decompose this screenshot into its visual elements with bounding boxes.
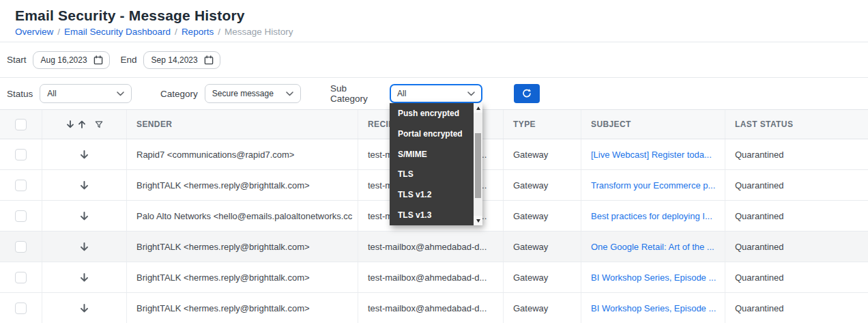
column-header-type[interactable]: TYPE [504,110,581,139]
start-date-value: Aug 16,2023 [41,55,87,65]
dropdown-option-tls-v13[interactable]: TLS v1.3 [390,205,474,225]
column-header-subject[interactable]: SUBJECT [581,110,725,139]
subject-link[interactable]: Transform your Ecommerce p... [581,170,725,200]
sub-category-dropdown: Push encrypted Portal encrypted S/MIME T… [390,103,482,225]
funnel-icon[interactable] [94,120,104,129]
arrow-down-icon[interactable] [79,211,89,221]
chevron-down-icon [467,92,475,96]
chevron-down-icon [286,92,293,96]
subject-link[interactable]: BI Workshop Series, Episode ... [581,293,725,323]
sender-cell: BrightTALK <hermes.reply@brighttalk.com> [127,293,358,323]
subject-link[interactable]: [Live Webcast] Register toda... [581,139,725,169]
start-date-input[interactable]: Aug 16,2023 [33,51,110,69]
recipient-cell: test-mailbox@ahmedabad-d... [358,231,504,262]
column-header-sender[interactable]: SENDER [127,110,358,139]
breadcrumb-current: Message History [225,27,293,37]
calendar-icon [204,55,214,65]
last-status-cell: Quarantined [725,293,868,323]
row-checkbox[interactable] [15,180,27,191]
sender-cell: BrightTALK <hermes.reply@brighttalk.com> [127,231,358,262]
dropdown-option-smime[interactable]: S/MIME [390,144,474,165]
arrow-down-icon[interactable] [79,303,89,313]
column-header-last-status[interactable]: LAST STATUS [725,110,868,139]
table-row[interactable]: BrightTALK <hermes.reply@brighttalk.com>… [0,231,868,262]
category-select[interactable]: Secure message [205,84,301,103]
scroll-up-icon[interactable] [474,103,482,113]
sub-category-select-value: All [397,89,406,98]
scrollbar-thumb[interactable] [475,133,481,198]
dropdown-scrollbar[interactable] [474,103,482,225]
row-checkbox[interactable] [15,303,27,314]
status-select[interactable]: All [40,84,132,103]
row-checkbox[interactable] [15,241,27,253]
row-checkbox[interactable] [15,149,27,160]
last-status-cell: Quarantined [725,262,868,292]
status-label: Status [7,89,33,99]
arrow-down-icon[interactable] [79,150,89,160]
calendar-icon [93,55,103,65]
dropdown-option-tls[interactable]: TLS [390,164,474,184]
end-date-label: End [121,55,137,65]
type-cell: Gateway [504,293,581,323]
sender-cell: Rapid7 <communications@rapid7.com> [127,139,358,169]
status-select-value: All [47,89,56,98]
subject-link[interactable]: One Google Retail: Art of the ... [581,231,725,262]
type-cell: Gateway [504,170,581,200]
end-date-input[interactable]: Sep 14,2023 [143,51,220,69]
breadcrumb-separator: / [214,27,225,37]
select-all-checkbox[interactable] [15,119,27,130]
sub-category-select[interactable]: All [390,84,482,103]
table-row[interactable]: BrightTALK <hermes.reply@brighttalk.com>… [0,293,868,323]
type-cell: Gateway [504,231,581,262]
sub-category-label: Sub Category [330,83,383,104]
breadcrumb-link-dashboard[interactable]: Email Security Dashboard [64,27,171,37]
refresh-icon [521,88,532,99]
end-date-value: Sep 14,2023 [151,55,198,65]
subject-link[interactable]: BI Workshop Series, Episode ... [581,262,725,292]
last-status-cell: Quarantined [725,139,868,169]
sender-cell: BrightTALK <hermes.reply@brighttalk.com> [127,262,358,292]
last-status-cell: Quarantined [725,231,868,262]
arrow-down-icon[interactable] [79,180,89,191]
sort-ascending-icon[interactable] [77,120,87,129]
sort-descending-icon[interactable] [66,120,75,129]
type-cell: Gateway [504,139,581,169]
arrow-down-icon[interactable] [79,272,89,283]
dropdown-option-push-encrypted[interactable]: Push encrypted [390,103,474,124]
sender-cell: BrightTALK <hermes.reply@brighttalk.com> [127,170,358,200]
recipient-cell: test-mailbox@ahmedabad-d... [358,262,504,292]
recipient-cell: test-mailbox@ahmedabad-d... [358,293,504,323]
date-filter-row: Start Aug 16,2023 End Sep 14,2023 [0,42,868,78]
row-checkbox[interactable] [15,272,27,283]
table-row[interactable]: BrightTALK <hermes.reply@brighttalk.com>… [0,262,868,293]
type-cell: Gateway [504,201,581,231]
message-history-page: Email Security - Message History Overvie… [0,0,868,323]
refresh-button[interactable] [514,84,540,103]
start-date-label: Start [7,55,27,65]
type-cell: Gateway [504,262,581,292]
scroll-down-icon[interactable] [474,216,482,225]
row-checkbox[interactable] [15,210,27,222]
breadcrumb-separator: / [53,27,64,37]
dropdown-option-tls-v12[interactable]: TLS v1.2 [390,184,474,205]
last-status-cell: Quarantined [725,170,868,200]
subject-link[interactable]: Best practices for deploying I... [581,201,725,231]
chevron-down-icon [117,92,124,96]
breadcrumb: Overview/Email Security Dashboard/Report… [15,27,868,37]
last-status-cell: Quarantined [725,201,868,231]
dropdown-option-portal-encrypted[interactable]: Portal encrypted [390,124,474,144]
breadcrumb-separator: / [171,27,182,37]
breadcrumb-link-overview[interactable]: Overview [15,27,53,37]
category-select-value: Secure message [212,89,274,98]
breadcrumb-link-reports[interactable]: Reports [182,27,214,37]
arrow-down-icon[interactable] [79,242,89,252]
sender-cell: Palo Alto Networks <hello@emails.paloalt… [127,201,358,231]
page-header: Email Security - Message History Overvie… [0,0,868,42]
category-label: Category [160,89,198,99]
page-title: Email Security - Message History [15,8,868,24]
